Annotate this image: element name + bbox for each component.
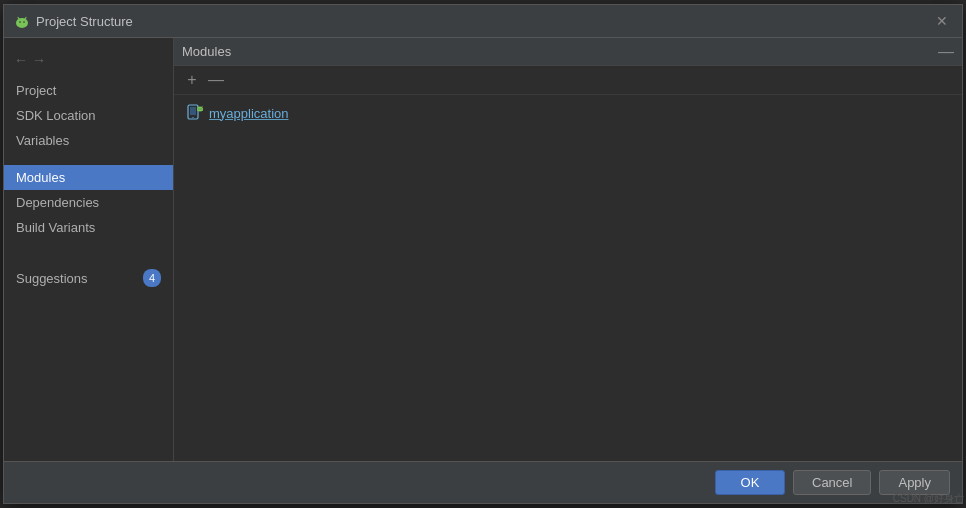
- android-icon: [14, 13, 30, 29]
- dialog-footer: OK Cancel Apply: [4, 461, 962, 503]
- module-item-myapplication[interactable]: myapplication: [182, 101, 954, 125]
- back-button[interactable]: ←: [14, 52, 28, 68]
- dialog-content: ← → Project SDK Location Variables Modul…: [4, 38, 962, 461]
- modules-header: Modules —: [174, 38, 962, 66]
- svg-rect-10: [198, 109, 203, 112]
- minimize-button[interactable]: —: [938, 44, 954, 60]
- svg-point-8: [192, 117, 193, 118]
- sidebar-item-modules[interactable]: Modules: [4, 165, 173, 190]
- modules-list: myapplication: [174, 95, 962, 461]
- svg-rect-7: [190, 107, 196, 115]
- svg-rect-1: [17, 21, 27, 26]
- svg-point-3: [23, 21, 25, 23]
- svg-point-11: [199, 109, 200, 110]
- forward-button[interactable]: →: [32, 52, 46, 68]
- top-nav-section: Project SDK Location Variables: [4, 78, 173, 153]
- sidebar: ← → Project SDK Location Variables Modul…: [4, 38, 174, 461]
- sidebar-item-suggestions[interactable]: Suggestions 4: [4, 264, 173, 292]
- modules-header-title: Modules: [182, 44, 938, 59]
- suggestions-badge: 4: [143, 269, 161, 287]
- title-bar: Project Structure ✕: [4, 5, 962, 38]
- project-structure-dialog: Project Structure ✕ ← → Project SDK Loca…: [3, 4, 963, 504]
- module-icon: [186, 104, 204, 122]
- close-button[interactable]: ✕: [932, 11, 952, 31]
- sidebar-item-variables[interactable]: Variables: [4, 128, 173, 153]
- svg-point-12: [201, 109, 202, 110]
- sidebar-item-project[interactable]: Project: [4, 78, 173, 103]
- modules-toolbar: + —: [174, 66, 962, 95]
- sidebar-item-dependencies[interactable]: Dependencies: [4, 190, 173, 215]
- sidebar-item-sdk-location[interactable]: SDK Location: [4, 103, 173, 128]
- module-nav-section: Modules Dependencies Build Variants: [4, 165, 173, 240]
- main-panel: Modules — + —: [174, 38, 962, 461]
- nav-arrows: ← →: [4, 46, 173, 74]
- sidebar-item-build-variants[interactable]: Build Variants: [4, 215, 173, 240]
- module-name: myapplication: [209, 106, 289, 121]
- cancel-button[interactable]: Cancel: [793, 470, 871, 495]
- remove-module-button[interactable]: —: [206, 70, 226, 90]
- ok-button[interactable]: OK: [715, 470, 785, 495]
- dialog-title: Project Structure: [36, 14, 932, 29]
- svg-point-2: [19, 21, 21, 23]
- add-module-button[interactable]: +: [182, 70, 202, 90]
- apply-button[interactable]: Apply: [879, 470, 950, 495]
